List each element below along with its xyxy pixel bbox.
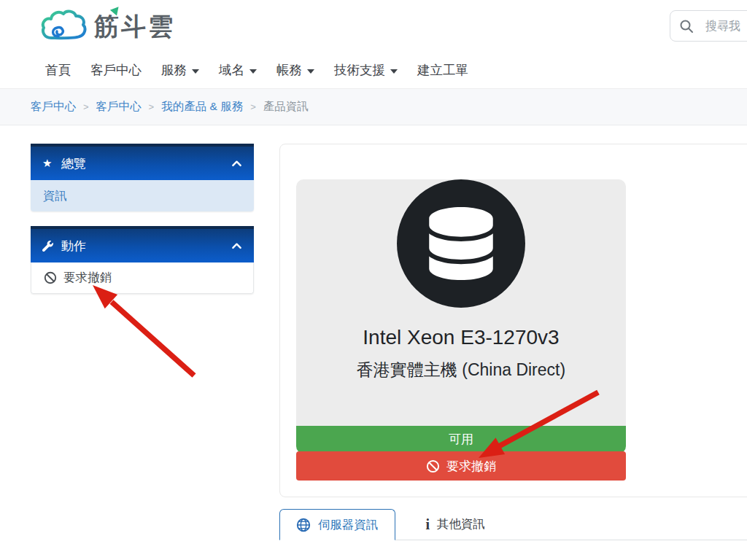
nav-item-services[interactable]: 服務 <box>161 61 199 79</box>
caret-down-icon <box>249 69 257 74</box>
nav-item-billing[interactable]: 帳務 <box>276 61 314 79</box>
breadcrumb: 客戶中心 > 客戶中心 > 我的產品 & 服務 > 產品資訊 <box>0 88 747 125</box>
request-cancellation-button[interactable]: 要求撤銷 <box>296 451 626 481</box>
star-icon: ★ <box>42 157 58 170</box>
detail-tabs: 伺服器資訊 i 其他資訊 <box>279 509 747 540</box>
chevron-up-icon <box>231 158 242 169</box>
caret-down-icon <box>390 69 398 74</box>
product-plan: 香港實體主機 (China Direct) <box>296 359 626 381</box>
arrow-to-sidebar-cancellation <box>93 285 194 376</box>
panel-overview-title: 總覽 <box>61 155 86 172</box>
nav-item-support[interactable]: 技術支援 <box>334 61 398 79</box>
logo[interactable]: 筋斗雲 <box>40 9 175 45</box>
nav-item-open-ticket[interactable]: 建立工單 <box>417 61 468 79</box>
breadcrumb-link-portal[interactable]: 客戶中心 <box>31 99 76 114</box>
panel-actions-title: 動作 <box>61 238 86 254</box>
ban-icon <box>44 271 57 284</box>
breadcrumb-link-my-products[interactable]: 我的產品 & 服務 <box>161 99 243 114</box>
breadcrumb-separator: > <box>250 101 256 112</box>
chevron-up-icon <box>231 241 242 252</box>
ban-icon <box>426 459 440 473</box>
site-search <box>670 10 747 42</box>
breadcrumb-link-client-area[interactable]: 客戶中心 <box>96 99 142 114</box>
search-input[interactable] <box>704 19 747 34</box>
sidebar-item-request-cancellation[interactable]: 要求撤銷 <box>31 262 254 294</box>
database-icon <box>429 207 493 280</box>
caret-down-icon <box>192 69 199 74</box>
product-image <box>397 179 525 308</box>
product-tile: Intel Xeon E3-1270v3 香港實體主機 (China Direc… <box>296 163 626 454</box>
breadcrumb-separator: > <box>149 101 155 112</box>
search-icon <box>679 19 694 34</box>
nav-item-client-area[interactable]: 客戶中心 <box>90 61 142 79</box>
tab-server-information[interactable]: 伺服器資訊 <box>279 509 395 540</box>
product-name: Intel Xeon E3-1270v3 <box>296 326 626 349</box>
sidebar-panel-actions: 動作 要求撤銷 <box>31 226 254 294</box>
brand-name: 筋斗雲 <box>94 10 175 44</box>
info-icon: i <box>426 516 430 533</box>
breadcrumb-separator: > <box>83 101 89 112</box>
sidebar-item-information[interactable]: 資訊 <box>31 180 254 211</box>
sidebar-panel-overview: ★ 總覽 資訊 <box>31 144 254 211</box>
main-nav: 首頁 客戶中心 服務 域名 帳務 技術支援 建立工單 <box>45 61 468 79</box>
globe-icon <box>296 518 311 532</box>
nav-item-domains[interactable]: 域名 <box>219 61 257 79</box>
breadcrumb-current: 產品資訊 <box>263 99 309 114</box>
product-tile-body: Intel Xeon E3-1270v3 香港實體主機 (China Direc… <box>296 179 626 426</box>
panel-actions-header[interactable]: 動作 <box>31 226 254 262</box>
caret-down-icon <box>307 69 314 74</box>
panel-overview-header[interactable]: ★ 總覽 <box>31 144 254 180</box>
nav-item-home[interactable]: 首頁 <box>45 61 71 79</box>
tab-other-information[interactable]: i 其他資訊 <box>410 509 502 540</box>
product-card: Intel Xeon E3-1270v3 香港實體主機 (China Direc… <box>279 144 747 497</box>
wrench-icon <box>42 241 58 252</box>
status-badge: 可用 <box>296 426 626 454</box>
cloud-logo-icon <box>40 9 87 45</box>
